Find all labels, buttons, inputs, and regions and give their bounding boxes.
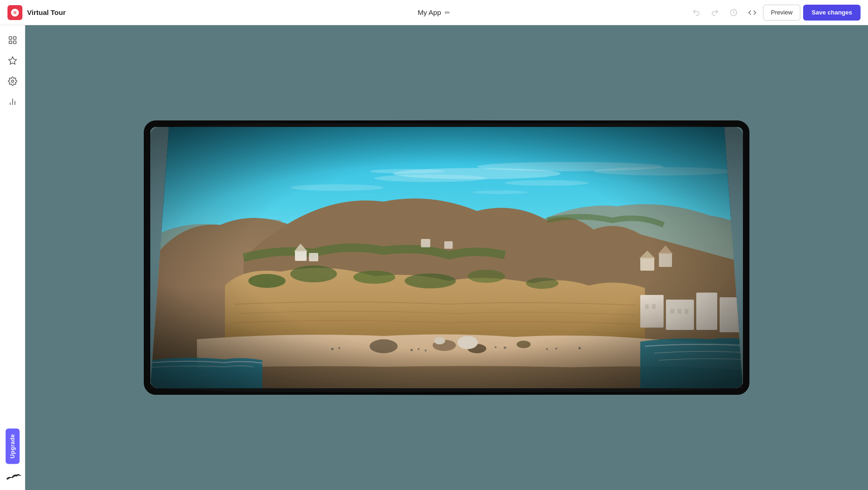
gear-icon bbox=[8, 77, 17, 86]
mascot-logo bbox=[4, 469, 21, 483]
main-canvas bbox=[25, 25, 868, 490]
svg-rect-3 bbox=[9, 41, 12, 44]
sidebar: Upgrade bbox=[0, 25, 25, 490]
undo-icon bbox=[692, 8, 700, 17]
svg-rect-59 bbox=[150, 127, 743, 388]
svg-point-9 bbox=[17, 475, 19, 476]
sidebar-item-elements[interactable] bbox=[3, 51, 22, 70]
logo-icon bbox=[10, 8, 20, 17]
app-title: Virtual Tour bbox=[27, 8, 66, 16]
edit-project-name-icon[interactable]: ✏ bbox=[445, 9, 450, 16]
header: Virtual Tour My App ✏ bbox=[0, 0, 868, 25]
history-icon bbox=[729, 8, 738, 17]
project-name: My App bbox=[418, 8, 441, 16]
sidebar-item-analytics[interactable] bbox=[3, 92, 22, 111]
code-button[interactable] bbox=[744, 5, 760, 21]
analytics-icon bbox=[8, 97, 17, 106]
redo-button[interactable] bbox=[707, 5, 723, 21]
panorama-frame bbox=[150, 127, 743, 388]
panorama-image bbox=[150, 127, 743, 388]
preview-button[interactable]: Preview bbox=[763, 5, 800, 21]
save-button[interactable]: Save changes bbox=[803, 5, 861, 21]
sidebar-item-settings[interactable] bbox=[3, 72, 22, 91]
header-right: Preview Save changes bbox=[688, 5, 861, 21]
svg-rect-2 bbox=[13, 37, 16, 40]
panorama-wrapper bbox=[150, 127, 743, 388]
history-button[interactable] bbox=[726, 5, 742, 21]
pin-icon bbox=[8, 56, 17, 65]
grid-icon bbox=[8, 35, 17, 45]
header-center: My App ✏ bbox=[418, 8, 450, 16]
header-left: Virtual Tour bbox=[7, 5, 66, 20]
undo-button[interactable] bbox=[688, 5, 704, 21]
upgrade-button[interactable]: Upgrade bbox=[6, 428, 20, 464]
svg-rect-4 bbox=[13, 41, 16, 44]
redo-icon bbox=[711, 8, 719, 17]
code-icon bbox=[748, 8, 756, 17]
logo[interactable] bbox=[7, 5, 22, 20]
svg-point-5 bbox=[11, 80, 14, 83]
svg-rect-1 bbox=[9, 37, 12, 40]
sidebar-item-pages[interactable] bbox=[3, 31, 22, 49]
